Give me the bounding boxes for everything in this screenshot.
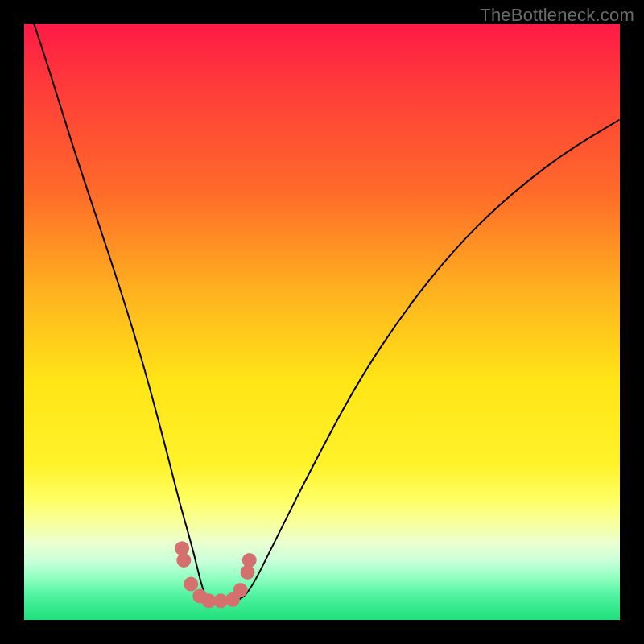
bottleneck-curve (27, 0, 620, 601)
watermark-text: TheBottleneck.com (480, 5, 634, 26)
data-point (176, 553, 191, 568)
chart-plot-area (24, 24, 620, 620)
data-point (242, 553, 257, 568)
data-point (233, 583, 248, 597)
data-point (184, 577, 198, 592)
chart-svg (24, 24, 620, 620)
data-points-group (175, 541, 257, 608)
